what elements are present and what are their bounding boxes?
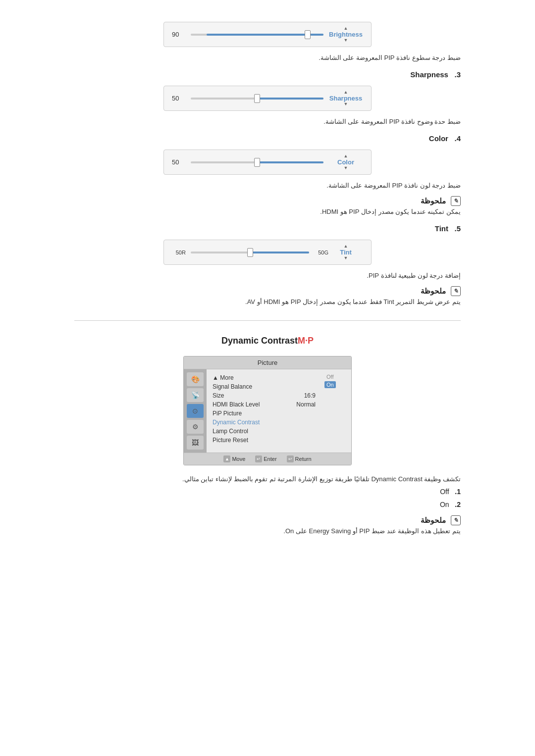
osd-menu-body: 🎨 📡 ⊙ ⚙ 🖼 <box>184 369 351 453</box>
tint-g-label: G <box>324 250 328 255</box>
color-title: Color <box>429 134 448 143</box>
osd-item-hdmi[interactable]: HDMI Black Level Normal <box>213 400 316 409</box>
color-up-arrow: ▲ <box>344 154 348 158</box>
note3-title-row: ✎ ملحوظة <box>421 515 461 525</box>
sharpness-slider-widget: ▲ Sharpness ▼ 50 <box>163 86 372 111</box>
tint-thumb[interactable] <box>247 248 253 257</box>
color-fill <box>257 161 323 163</box>
osd-menu: Picture 🎨 📡 ⊙ ⚙ <box>183 356 352 465</box>
note3-body: يتم تعطيل هذه الوظيفة عند ضبط PIP أو Ene… <box>74 527 461 535</box>
dc-off-label: Off <box>440 488 449 496</box>
brightness-track[interactable] <box>191 34 323 36</box>
note2-block: ✎ ملحوظة يتم عرض شريط التمرير Tint فقط ع… <box>74 286 461 305</box>
osd-icon-1[interactable]: 🎨 <box>187 372 204 386</box>
note1-title: ملحوظة <box>421 197 446 205</box>
note3-title: ملحوظة <box>421 516 446 525</box>
color-num: 4. <box>454 134 461 143</box>
sharpness-track[interactable] <box>191 98 323 100</box>
osd-item-reset[interactable]: Picture Reset <box>213 436 316 445</box>
brightness-label: Brightness <box>329 31 363 38</box>
color-label: Color <box>337 158 354 166</box>
osd-value-off[interactable]: Off <box>324 373 335 380</box>
osd-footer-move-label: Move <box>232 456 245 462</box>
color-track[interactable] <box>191 161 323 163</box>
osd-footer-enter: ↵ Enter <box>255 455 276 462</box>
move-icon: ▲ <box>223 455 230 462</box>
color-desc: ضبط درجة لون نافذة PIP المعروضة على الشا… <box>74 182 461 189</box>
tint-track-col[interactable] <box>186 252 314 253</box>
osd-footer-enter-label: Enter <box>264 456 276 462</box>
osd-item-more[interactable]: ▲ More <box>213 373 316 382</box>
osd-item-size[interactable]: Size 16:9 <box>213 391 316 400</box>
dc-desc: تكشف وظيفة Dynamic Contrast تلقائيًا طري… <box>74 475 461 483</box>
osd-value-on[interactable]: On <box>324 381 336 388</box>
note2-icon: ✎ <box>451 286 461 296</box>
note2-title-row: ✎ ملحوظة <box>421 286 461 296</box>
osd-footer-move: ▲ Move <box>223 455 245 462</box>
osd-item-lamp-label: Lamp Control <box>213 428 248 435</box>
brightness-thumb[interactable] <box>305 30 311 39</box>
dc-mp-label: M·P <box>298 336 314 346</box>
note2-title: ملحوظة <box>421 287 446 296</box>
note1-title-row: ✎ ملحوظة <box>421 196 461 206</box>
sharpness-value: 50 <box>172 95 186 102</box>
osd-item-dc[interactable]: Dynamic Contrast <box>213 418 316 427</box>
brightness-slider-widget: ▲ Brightness ▼ 90 <box>163 22 372 47</box>
section-divider <box>74 320 461 321</box>
brightness-track-col[interactable] <box>186 34 328 36</box>
tint-num: 5. <box>454 224 461 233</box>
dynamic-contrast-header: M·P Dynamic Contrast <box>74 336 461 346</box>
sharpness-num: 3. <box>454 70 461 79</box>
return-icon: ↩ <box>287 455 294 462</box>
osd-icon-5[interactable]: 🖼 <box>187 436 204 450</box>
sharpness-fill <box>257 98 323 100</box>
page-content: ▲ Brightness ▼ 90 ضبط درجة سطوع نافذة PI… <box>45 0 490 556</box>
brightness-down-arrow: ▼ <box>344 38 348 43</box>
osd-item-signal[interactable]: Signal Balance <box>213 382 316 391</box>
osd-item-size-label: Size <box>213 392 224 399</box>
osd-item-hdmi-value: Normal <box>296 401 316 408</box>
sharpness-track-col[interactable] <box>186 98 328 100</box>
osd-icon-3[interactable]: ⊙ <box>187 404 204 418</box>
color-header: 4. Color <box>74 134 461 143</box>
color-slider-widget: ▲ Color ▼ 50 <box>163 150 372 175</box>
color-track-col[interactable] <box>186 161 328 163</box>
osd-menu-title: Picture <box>184 356 351 369</box>
note1-icon: ✎ <box>451 196 461 206</box>
color-thumb[interactable] <box>254 158 260 167</box>
osd-item-lamp[interactable]: Lamp Control <box>213 427 316 436</box>
note3-block: ✎ ملحوظة يتم تعطيل هذه الوظيفة عند ضبط P… <box>74 515 461 535</box>
color-label-col: ▲ Color ▼ <box>328 154 363 170</box>
tint-down-arrow: ▼ <box>344 256 348 260</box>
tint-slider-widget: ▲ Tint ▼ G 50 R 50 <box>163 240 372 265</box>
dc-on-num: 2. <box>455 501 461 508</box>
color-down-arrow: ▼ <box>344 166 348 170</box>
dc-off-item: 1. Off <box>74 488 461 496</box>
osd-icon-2[interactable]: 📡 <box>187 388 204 402</box>
sharpness-desc: ضبط حدة وضوح نافذة PIP المعروضة على الشا… <box>74 118 461 125</box>
osd-menu-values: Off On <box>321 369 351 453</box>
tint-r-label: R <box>182 250 186 255</box>
tint-g-value: 50 <box>314 250 324 255</box>
osd-icon-4[interactable]: ⚙ <box>187 420 204 434</box>
osd-item-pip[interactable]: PiP Picture <box>213 409 316 418</box>
osd-item-signal-label: Signal Balance <box>213 383 252 390</box>
sharpness-label-col: ▲ Sharpness ▼ <box>328 90 363 106</box>
osd-item-reset-label: Picture Reset <box>213 437 248 444</box>
osd-item-hdmi-label: HDMI Black Level <box>213 401 260 408</box>
osd-value-on-label: On <box>326 382 334 388</box>
note2-body: يتم عرض شريط التمرير Tint فقط عندما يكون… <box>74 298 461 305</box>
tint-label: Tint <box>340 249 352 256</box>
osd-icon-5-svg: 🖼 <box>192 439 199 447</box>
dc-on-label: On <box>440 501 449 508</box>
sharpness-thumb[interactable] <box>254 94 260 103</box>
sharpness-up-arrow: ▲ <box>344 90 348 95</box>
osd-value-off-label: Off <box>326 374 333 380</box>
sharpness-down-arrow: ▼ <box>344 102 348 106</box>
note3-icon: ✎ <box>451 515 461 525</box>
tint-track[interactable] <box>191 252 309 253</box>
osd-item-size-value: 16:9 <box>304 392 316 399</box>
brightness-label-col: ▲ Brightness ▼ <box>328 26 363 43</box>
dc-title: Dynamic Contrast <box>221 336 298 346</box>
note1-block: ✎ ملحوظة يمكن تمكينه عندما يكون مصدر إدخ… <box>74 196 461 215</box>
